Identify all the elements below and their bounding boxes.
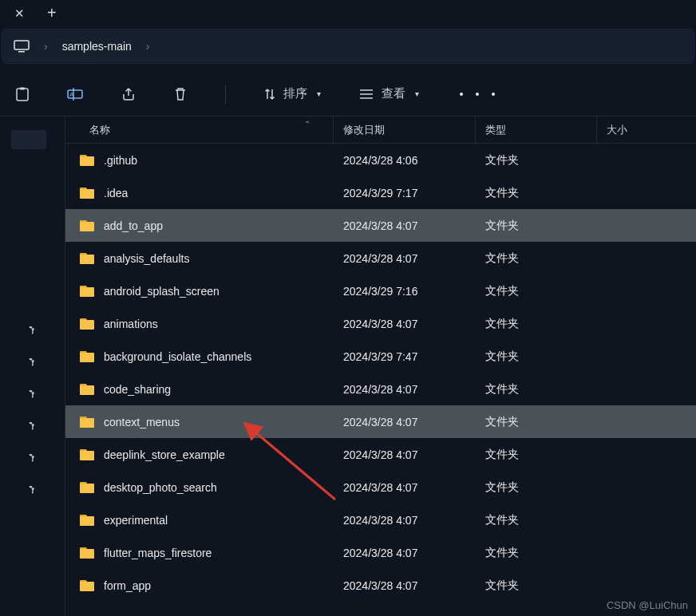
rename-button[interactable]: A bbox=[67, 87, 83, 101]
column-header-name[interactable]: 名称 ⌃ bbox=[65, 116, 334, 143]
table-row[interactable]: android_splash_screen2024/3/29 7:16文件夹 bbox=[65, 274, 696, 307]
paste-button[interactable] bbox=[16, 87, 29, 101]
breadcrumb-separator: › bbox=[44, 40, 48, 53]
folder-icon bbox=[80, 482, 94, 493]
watermark: CSDN @LuiChun bbox=[607, 599, 688, 611]
sort-indicator-icon: ⌃ bbox=[304, 120, 310, 128]
folder-icon bbox=[80, 449, 94, 460]
cell-name: android_splash_screen bbox=[65, 285, 334, 298]
folder-icon bbox=[80, 351, 94, 362]
cell-type: 文件夹 bbox=[476, 349, 597, 364]
breadcrumb-current[interactable]: samples-main bbox=[62, 40, 132, 53]
column-header-size[interactable]: 大小 bbox=[597, 116, 696, 143]
table-row[interactable]: .idea2024/3/29 7:17文件夹 bbox=[65, 176, 696, 209]
cell-date: 2024/3/28 4:07 bbox=[334, 481, 476, 494]
main-area: 名称 ⌃ 修改日期 类型 大小 .github2024/3/28 4:06文件夹… bbox=[0, 116, 696, 616]
cell-type: 文件夹 bbox=[476, 251, 597, 266]
svg-text:A: A bbox=[69, 91, 74, 98]
cell-type: 文件夹 bbox=[476, 448, 597, 462]
table-row[interactable]: background_isolate_channels2024/3/29 7:4… bbox=[65, 340, 696, 373]
cell-name: animations bbox=[65, 318, 334, 330]
svg-rect-2 bbox=[17, 89, 28, 101]
svg-rect-1 bbox=[18, 51, 25, 53]
table-row[interactable]: flutter_maps_firestore2024/3/28 4:07文件夹 bbox=[65, 536, 696, 569]
file-name: animations bbox=[104, 318, 158, 330]
delete-button[interactable] bbox=[174, 87, 187, 101]
table-row[interactable]: .github2024/3/28 4:06文件夹 bbox=[65, 144, 696, 176]
cell-type: 文件夹 bbox=[476, 546, 597, 560]
folder-icon bbox=[80, 580, 94, 591]
pin-icon[interactable] bbox=[23, 354, 41, 373]
file-name: desktop_photo_search bbox=[104, 481, 217, 494]
sort-label: 排序 bbox=[283, 86, 307, 101]
column-header-label: 大小 bbox=[607, 123, 627, 137]
breadcrumb-separator: › bbox=[146, 40, 150, 53]
cell-type: 文件夹 bbox=[476, 317, 597, 331]
breadcrumb[interactable]: › samples-main › bbox=[2, 29, 694, 64]
table-row[interactable]: add_to_app2024/3/28 4:07文件夹 bbox=[65, 209, 696, 242]
pin-icon[interactable] bbox=[23, 322, 41, 341]
table-row[interactable]: code_sharing2024/3/28 4:07文件夹 bbox=[65, 373, 696, 405]
folder-icon bbox=[80, 515, 94, 526]
file-name: flutter_maps_firestore bbox=[104, 547, 212, 559]
cell-date: 2024/3/28 4:07 bbox=[334, 514, 476, 527]
column-header-type[interactable]: 类型 bbox=[476, 116, 597, 143]
folder-icon bbox=[80, 547, 94, 559]
cell-type: 文件夹 bbox=[476, 513, 597, 527]
table-row[interactable]: analysis_defaults2024/3/28 4:07文件夹 bbox=[65, 242, 696, 274]
table-row[interactable]: experimental2024/3/28 4:07文件夹 bbox=[65, 503, 696, 536]
cell-date: 2024/3/28 4:07 bbox=[334, 547, 476, 559]
column-header-label: 类型 bbox=[485, 123, 506, 137]
file-name: form_app bbox=[104, 579, 151, 592]
view-button[interactable]: 查看 ▾ bbox=[359, 86, 419, 101]
folder-icon bbox=[80, 286, 94, 297]
table-row[interactable]: context_menus2024/3/28 4:07文件夹 bbox=[65, 405, 696, 438]
this-pc-icon[interactable] bbox=[14, 40, 30, 53]
cell-name: analysis_defaults bbox=[65, 252, 334, 265]
toolbar-separator bbox=[225, 85, 226, 104]
pin-icon[interactable] bbox=[23, 386, 41, 405]
more-button[interactable] bbox=[457, 93, 497, 96]
cell-name: .idea bbox=[65, 187, 334, 199]
cell-date: 2024/3/28 4:07 bbox=[334, 448, 476, 461]
table-row[interactable]: animations2024/3/28 4:07文件夹 bbox=[65, 307, 696, 340]
column-headers: 名称 ⌃ 修改日期 类型 大小 bbox=[65, 116, 696, 144]
cell-name: add_to_app bbox=[65, 219, 334, 232]
pin-icon[interactable] bbox=[23, 450, 41, 468]
cell-name: desktop_photo_search bbox=[65, 481, 334, 494]
file-name: experimental bbox=[104, 514, 168, 527]
pin-icon[interactable] bbox=[23, 418, 41, 436]
cell-type: 文件夹 bbox=[476, 153, 597, 168]
close-tab-button[interactable]: ✕ bbox=[11, 4, 28, 22]
cell-name: form_app bbox=[65, 579, 334, 592]
column-header-date[interactable]: 修改日期 bbox=[334, 116, 476, 143]
cell-type: 文件夹 bbox=[476, 219, 597, 233]
table-row[interactable]: deeplink_store_example2024/3/28 4:07文件夹 bbox=[65, 438, 696, 471]
column-header-label: 修改日期 bbox=[343, 123, 385, 137]
sort-button[interactable]: 排序 ▾ bbox=[264, 86, 321, 101]
cell-date: 2024/3/28 4:06 bbox=[334, 154, 476, 167]
table-row[interactable]: desktop_photo_search2024/3/28 4:07文件夹 bbox=[65, 471, 696, 503]
cell-type: 文件夹 bbox=[476, 480, 597, 495]
folder-icon bbox=[80, 384, 94, 395]
new-tab-button[interactable]: + bbox=[44, 2, 60, 24]
share-button[interactable] bbox=[121, 87, 136, 101]
file-name: context_menus bbox=[104, 416, 180, 428]
cell-type: 文件夹 bbox=[476, 284, 597, 298]
cell-type: 文件夹 bbox=[476, 415, 597, 429]
cell-date: 2024/3/28 4:07 bbox=[334, 383, 476, 396]
folder-icon bbox=[80, 318, 94, 330]
tab-actions: ✕ + bbox=[11, 2, 60, 24]
file-list: 名称 ⌃ 修改日期 类型 大小 .github2024/3/28 4:06文件夹… bbox=[65, 116, 696, 616]
view-label: 查看 bbox=[382, 86, 405, 101]
file-name: code_sharing bbox=[104, 383, 171, 396]
tab-bar: ✕ + bbox=[0, 0, 696, 26]
pin-icon[interactable] bbox=[23, 482, 41, 500]
cell-name: experimental bbox=[65, 514, 334, 527]
toolbar: A 排序 ▾ 查看 ▾ bbox=[0, 72, 696, 116]
table-row[interactable]: form_app2024/3/28 4:07文件夹 bbox=[65, 569, 696, 602]
cell-type: 文件夹 bbox=[476, 578, 597, 593]
cell-date: 2024/3/28 4:07 bbox=[334, 416, 476, 428]
cell-date: 2024/3/29 7:47 bbox=[334, 350, 476, 363]
cell-name: .github bbox=[65, 154, 334, 167]
